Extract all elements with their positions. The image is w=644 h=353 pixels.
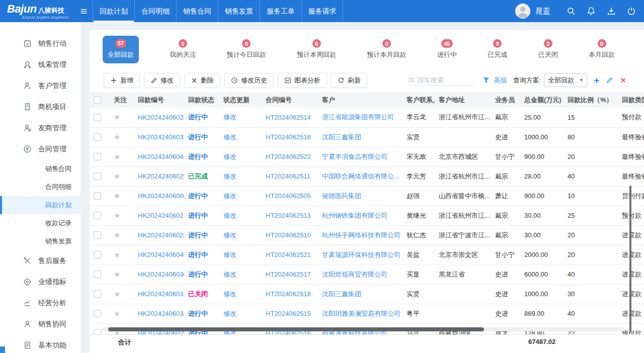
customer-link[interactable]: 沈阳煜烁商贸有限公司 xyxy=(322,271,387,278)
sidebar-subitem-5-2[interactable]: 回款计划 xyxy=(0,196,80,214)
sidebar-collapse-handle[interactable] xyxy=(0,346,5,353)
nav-tab-5[interactable]: 服务请求 xyxy=(301,0,343,22)
contract-link[interactable]: HT2024062505 xyxy=(266,192,311,200)
row-checkbox[interactable] xyxy=(94,212,101,219)
horizontal-scrollbar-track[interactable] xyxy=(102,327,625,331)
stat-filter-6[interactable]: 9已完成 xyxy=(488,39,507,59)
customer-link[interactable]: 宁夏丰润食品有限公司 xyxy=(322,153,387,160)
row-checkbox[interactable] xyxy=(94,114,101,121)
nav-tab-2[interactable]: 销售合同 xyxy=(176,0,218,22)
horizontal-scrollbar[interactable] xyxy=(108,327,484,331)
column-header-9[interactable]: 总金额(万元) xyxy=(520,92,564,108)
star-icon[interactable]: ★ xyxy=(114,133,120,141)
customer-link[interactable]: 浙江省能源集团有限公司 xyxy=(322,113,394,121)
edit-link[interactable]: 修改 xyxy=(223,113,236,121)
star-icon[interactable]: ★ xyxy=(114,231,120,239)
delete-scheme-button[interactable]: ✕ xyxy=(620,76,626,84)
sidebar-item-4[interactable]: 友商管理 xyxy=(0,118,80,139)
sidebar-item-5[interactable]: 合同管理 xyxy=(0,139,80,160)
plan-no-link[interactable]: HK20242406032 xyxy=(138,310,184,317)
edit-link[interactable]: 修改 xyxy=(223,192,236,200)
sidebar-item-0[interactable]: 销售行动 xyxy=(0,33,80,54)
plan-no-link[interactable]: HK20242406028 xyxy=(138,114,184,121)
customer-link[interactable]: 中国联合网络通信有限公... xyxy=(322,172,399,180)
column-header-4[interactable]: 合同编号 xyxy=(262,92,318,108)
sidebar-item-6[interactable]: 售后服务 xyxy=(0,250,80,272)
filter-funnel-icon[interactable] xyxy=(482,76,490,84)
sidebar-item-10[interactable]: 基本功能 xyxy=(0,335,80,353)
contract-link[interactable]: HT2024062510 xyxy=(266,231,311,239)
column-header-3[interactable]: 状态更新 xyxy=(219,92,262,108)
star-icon[interactable]: ★ xyxy=(114,250,120,259)
star-icon[interactable]: ★ xyxy=(114,192,120,200)
customer-link[interactable]: 铭德医药集团 xyxy=(322,192,361,200)
nav-tab-1[interactable]: 合同明细 xyxy=(134,0,176,22)
sidebar-subitem-5-3[interactable]: 收款记录 xyxy=(0,214,80,232)
plan-no-link[interactable]: HK20242406031 xyxy=(138,290,184,298)
column-header-11[interactable]: 回款类型 xyxy=(618,92,644,108)
stat-filter-3[interactable]: 0预计本周回款 xyxy=(297,39,336,59)
advanced-search-link[interactable]: 高级 xyxy=(494,76,507,85)
edit-link[interactable]: 修改 xyxy=(223,251,236,258)
vertical-scrollbar[interactable] xyxy=(629,186,631,332)
row-checkbox[interactable] xyxy=(94,153,101,160)
column-header-5[interactable]: 客户 xyxy=(318,92,403,108)
scheme-select[interactable]: 全部回款 ▼ xyxy=(544,73,587,87)
search-icon[interactable] xyxy=(567,7,576,16)
edit-link[interactable]: 修改 xyxy=(223,290,236,298)
contract-link[interactable]: HT2024062511 xyxy=(266,172,310,180)
customer-link[interactable]: 甘肃瑞源环保科技有限公司 xyxy=(322,251,400,258)
customer-link[interactable]: 沈阳三鑫集团 xyxy=(322,133,361,141)
column-header-7[interactable]: 客户地址 xyxy=(435,92,491,108)
power-icon[interactable] xyxy=(627,7,636,16)
select-all-checkbox[interactable] xyxy=(94,96,101,104)
row-checkbox[interactable] xyxy=(94,251,101,258)
star-icon[interactable]: ★ xyxy=(114,309,120,318)
stat-filter-4[interactable]: 0预计本月回款 xyxy=(367,39,407,59)
add-button[interactable]: 新增 xyxy=(104,73,140,88)
plan-no-link[interactable]: HK20242406027 xyxy=(138,212,184,219)
download-icon[interactable] xyxy=(607,7,616,16)
edit-link[interactable]: 修改 xyxy=(223,271,236,278)
add-scheme-button[interactable]: + xyxy=(594,75,599,85)
plan-no-link[interactable]: HK20242406042 xyxy=(138,153,184,160)
column-header-10[interactable]: 回款比例（%） xyxy=(564,92,618,108)
nav-tab-4[interactable]: 服务工单 xyxy=(260,0,301,22)
bell-icon[interactable] xyxy=(587,7,596,16)
customer-link[interactable]: 沈阳玥雅美澜贸易有限公司 xyxy=(322,310,400,317)
sidebar-item-8[interactable]: 经营分析 xyxy=(0,293,80,314)
customer-link[interactable]: 沈阳三鑫集团 xyxy=(322,290,361,298)
star-icon[interactable]: ★ xyxy=(114,290,120,298)
plan-no-link[interactable]: HK20242406023 xyxy=(138,231,184,239)
row-checkbox[interactable] xyxy=(94,192,101,200)
plan-no-link[interactable]: HK20242406033 xyxy=(138,133,184,141)
star-icon[interactable]: ★ xyxy=(114,172,120,181)
menu-toggle-icon[interactable] xyxy=(74,0,93,22)
customer-link[interactable]: 杭州快手网络科技有限公司 xyxy=(322,231,400,239)
star-icon[interactable]: ★ xyxy=(114,211,120,220)
stat-filter-8[interactable]: 0本月回款 xyxy=(589,39,615,59)
column-header-0[interactable]: 关注 xyxy=(110,92,134,108)
stat-filter-0[interactable]: 57全部回款 xyxy=(103,36,139,63)
sidebar-subitem-5-4[interactable]: 销售发票 xyxy=(0,232,80,250)
row-checkbox[interactable] xyxy=(94,290,101,298)
sidebar-item-7[interactable]: 业绩指标 xyxy=(0,272,80,293)
contract-link[interactable]: HT2024062522 xyxy=(266,153,311,160)
column-header-8[interactable]: 业务员 xyxy=(491,92,520,108)
edit-link[interactable]: 修改 xyxy=(223,212,236,219)
edit-link[interactable]: 修改 xyxy=(223,153,236,160)
nav-tab-3[interactable]: 销售发票 xyxy=(218,0,260,22)
star-icon[interactable]: ★ xyxy=(114,152,120,161)
edit-link[interactable]: 修改 xyxy=(223,133,236,141)
plan-no-link[interactable]: HK20242406045 xyxy=(138,251,184,258)
star-icon[interactable]: ★ xyxy=(114,270,120,279)
contract-link[interactable]: HT2024062518 xyxy=(266,133,311,141)
sidebar-item-1[interactable]: 线索管理 xyxy=(0,54,80,75)
chart-analysis-button[interactable]: 图表分析 xyxy=(278,73,327,88)
sidebar-item-2[interactable]: 客户管理 xyxy=(0,75,80,97)
user-avatar[interactable] xyxy=(515,4,530,19)
search-input[interactable] xyxy=(418,76,470,84)
username[interactable]: 晁盖 xyxy=(535,7,550,16)
delete-button[interactable]: 删除 xyxy=(184,73,220,88)
contract-link[interactable]: HT2024062513 xyxy=(266,212,311,219)
